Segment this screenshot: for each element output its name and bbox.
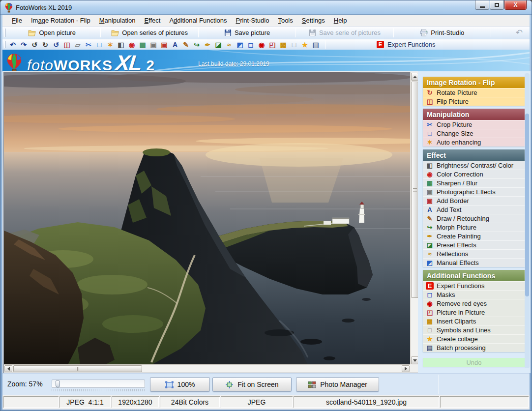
brightness-contrast-color-tool[interactable]: ◧ (116, 40, 126, 49)
reflections-tool[interactable]: ≈ (224, 40, 235, 49)
minimize-button[interactable] (475, 0, 489, 10)
sidebar-item-remove-red-eyes[interactable]: ◉Remove red eyes (423, 299, 525, 308)
rotate-180-tool[interactable]: ↺ (51, 40, 61, 49)
open-series-of-pictures-button[interactable]: Open series of pictures (105, 28, 194, 37)
sidebar-item-crop-picture[interactable]: ✂Crop Picture (423, 120, 525, 129)
sidebar-item-sharpen-blur[interactable]: ▦Sharpen / Blur (423, 178, 525, 187)
rotate-right-90-tool[interactable]: ↷ (18, 40, 29, 49)
image-editor-area (3, 72, 419, 373)
crop-scissors-tool[interactable]: ✂ (83, 40, 94, 49)
scroll-right-button[interactable] (402, 365, 410, 372)
change-size-tool[interactable]: □ (94, 40, 105, 49)
sidebar-item-preset-effects[interactable]: ◪Preset Effects (423, 240, 525, 249)
menu-effect[interactable]: Effect (140, 16, 165, 25)
sidebar-item-batch-processing[interactable]: ▤Batch processing (423, 343, 525, 352)
menu-help[interactable]: Help (329, 16, 352, 25)
sidebar-item-rotate-picture[interactable]: ↻Rotate Picture (423, 88, 525, 97)
remove-red-eyes-icon: ◉ (426, 300, 434, 307)
zoom-slider[interactable] (52, 380, 145, 388)
sidebar-item-color-correction[interactable]: ◉Color Correction (423, 170, 525, 178)
auto-enhance-tool[interactable]: ✶ (105, 40, 116, 49)
sidebar-item-change-size[interactable]: □Change Size (423, 129, 525, 138)
horizontal-scroll-thumb[interactable] (13, 365, 142, 372)
sidebar-item-manual-effects[interactable]: ◩Manual Effects (423, 258, 525, 267)
sidebar-item-draw-retouching[interactable]: ✎Draw / Retouching (423, 214, 525, 223)
morph-picture-tool[interactable]: ↪ (191, 40, 202, 49)
sidebar-item-photographic-effects[interactable]: ▣Photographic Effects (423, 187, 525, 196)
sidebar-scroll-thumb[interactable] (525, 114, 529, 296)
photo-canvas[interactable] (4, 72, 410, 365)
sidebar-item-flip-picture[interactable]: ◫Flip Picture (423, 97, 525, 106)
symbols-and-lines-tool[interactable]: □ (289, 40, 299, 49)
save-serie-of-pictures-button[interactable]: Save serie of pictures (300, 28, 389, 37)
photographic-effects-tool[interactable]: ▣ (148, 40, 159, 49)
picture-in-picture-tool[interactable]: ◰ (267, 40, 278, 49)
add-border-tool[interactable]: ▣ (159, 40, 170, 49)
menu-additional-functions[interactable]: Additional Functions (165, 16, 231, 25)
save-picture-button[interactable]: Save picture (203, 28, 292, 37)
sidebar-item-symbols-and-lines[interactable]: □Symbols and Lines (423, 325, 525, 334)
create-painting-tool[interactable]: ✒ (202, 40, 213, 49)
crop-picture-icon: ✂ (426, 121, 434, 128)
scroll-down-button[interactable] (411, 356, 418, 364)
canvas-horizontal-scrollbar[interactable] (4, 364, 410, 373)
create-collage-tool[interactable]: ★ (299, 40, 310, 49)
free-rotation-tool[interactable]: ▱ (72, 40, 83, 49)
canvas-vertical-scrollbar[interactable] (410, 72, 418, 365)
menu-file[interactable]: File (7, 16, 27, 25)
sidebar-item-insert-cliparts[interactable]: ▩Insert Cliparts (423, 317, 525, 325)
scroll-up-button[interactable] (411, 73, 418, 81)
toolbar-undo-button[interactable]: ↶ (495, 29, 530, 37)
add-text-tool[interactable]: A (170, 40, 180, 49)
remove-red-eyes-tool[interactable]: ◉ (256, 40, 267, 49)
photo-manager-button[interactable]: Photo Manager (296, 377, 379, 392)
preset-effects-tool[interactable]: ◪ (213, 40, 224, 49)
manual-effects-tool[interactable]: ◩ (235, 40, 245, 49)
sidebar-item-add-text[interactable]: AAdd Text (423, 205, 525, 214)
menu-image-rotation-flip[interactable]: Image Rotation - Flip (27, 16, 95, 25)
sidebar-item-auto-enhancing[interactable]: ✶Auto enhancing (423, 138, 525, 147)
sidebar-item-label: Create Painting (437, 233, 481, 240)
menu-print-studio[interactable]: Print-Studio (231, 16, 273, 25)
sidebar-item-create-painting[interactable]: ✒Create Painting (423, 232, 525, 240)
rotate-ccw-tool[interactable]: ↺ (29, 40, 40, 49)
sidebar-scrollbar[interactable] (525, 73, 530, 368)
sidebar-item-picture-in-picture[interactable]: ◰Picture in Picture (423, 308, 525, 317)
sidebar-item-reflections[interactable]: ≈Reflections (423, 249, 525, 258)
sharpen-blur-tool[interactable]: ▦ (137, 40, 148, 49)
rotate-cw-tool[interactable]: ↻ (40, 40, 51, 49)
arrow-up-icon (413, 76, 417, 78)
sidebar-item-masks[interactable]: ◻Masks (423, 290, 525, 299)
undo-button[interactable]: Undo (423, 358, 525, 367)
batch-processing-tool[interactable]: ▤ (310, 40, 321, 49)
sidebar-item-add-border[interactable]: ▣Add Border (423, 196, 525, 205)
print-studio-button[interactable]: Print-Studio (398, 28, 487, 37)
maximize-button[interactable] (490, 0, 504, 10)
menu-tools[interactable]: Tools (273, 16, 297, 25)
zoom-100-button[interactable]: 100% (150, 377, 210, 392)
rotate-left-90-tool[interactable]: ↶ (7, 40, 18, 49)
sidebar-item-morph-picture[interactable]: ↪Morph Picture (423, 223, 525, 232)
masks-tool[interactable]: ◻ (245, 40, 256, 49)
scroll-left-button[interactable] (4, 365, 12, 372)
printer-icon (420, 29, 428, 36)
menu-settings[interactable]: Settings (297, 16, 329, 25)
logo-balloon-icon (6, 53, 22, 72)
draw-retouching-tool[interactable]: ✎ (180, 40, 191, 49)
button-label: Fit on Screen (237, 381, 278, 388)
fit-on-screen-button[interactable]: Fit on Screen (212, 377, 292, 392)
color-correction-tool[interactable]: ◉ (126, 40, 137, 49)
expert-functions-tool[interactable]: EExpert Functions (377, 41, 436, 48)
close-button[interactable]: X (504, 0, 527, 10)
menu-manipulation[interactable]: Manipulation (95, 16, 140, 25)
sidebar-item-brightness-contrast-color[interactable]: ◧Brightness/ Contrast/ Color (423, 161, 525, 170)
flip-picture-tool[interactable]: ◫ (61, 40, 72, 49)
vertical-scroll-thumb[interactable] (411, 82, 418, 298)
sidebar-item-create-collage[interactable]: ★Create collage (423, 334, 525, 343)
zoom-slider-thumb[interactable] (56, 381, 60, 387)
sidebar-item-expert-functions[interactable]: EExpert Functions (423, 281, 525, 290)
sidebar-item-label: Masks (437, 291, 455, 298)
title-bar[interactable]: FotoWorks XL 2019 (0, 0, 532, 15)
open-picture-button[interactable]: Open picture (7, 28, 96, 37)
insert-cliparts-tool[interactable]: ▩ (278, 40, 289, 49)
